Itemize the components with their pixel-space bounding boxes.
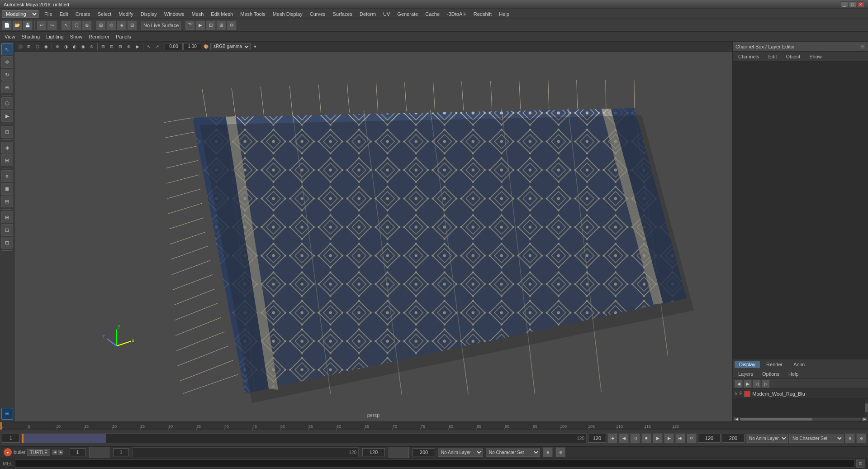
- last-tool-lt[interactable]: ▶: [1, 110, 13, 122]
- vp-shaded-btn[interactable]: ◉: [42, 43, 50, 51]
- vp-motion-btn[interactable]: ⊕: [125, 43, 133, 51]
- rotate-tool-lt[interactable]: ↻: [1, 69, 13, 81]
- save-button[interactable]: 💾: [23, 20, 33, 30]
- status-char-set[interactable]: No Character Set: [486, 448, 540, 457]
- layers-tab[interactable]: Layers: [735, 370, 757, 378]
- anim-bar[interactable]: 120: [21, 433, 587, 443]
- menu-mesh-tools[interactable]: Mesh Tools: [237, 10, 268, 18]
- frame-input-2[interactable]: [113, 448, 129, 456]
- vp-options-btn[interactable]: ▼: [251, 43, 259, 51]
- char-set-add-btn[interactable]: ⊕: [845, 433, 855, 443]
- maximize-button[interactable]: □: [849, 1, 856, 8]
- vp-hud-btn[interactable]: ⊡: [108, 43, 116, 51]
- title-bar-controls[interactable]: _ □ ✕: [841, 1, 864, 8]
- loop-btn[interactable]: ↺: [687, 433, 697, 443]
- lt-btn-b[interactable]: ⊡: [1, 224, 13, 236]
- status-anim-layer[interactable]: No Anim Layer: [438, 448, 483, 457]
- menu-surfaces[interactable]: Surfaces: [330, 10, 356, 18]
- menu-edit-mesh[interactable]: Edit Mesh: [208, 10, 236, 18]
- snap-point-btn[interactable]: ◈: [117, 20, 127, 30]
- open-file-button[interactable]: 📂: [12, 20, 22, 30]
- menu-deform[interactable]: Deform: [356, 10, 379, 18]
- new-file-button[interactable]: 📄: [2, 20, 12, 30]
- sculpt3-lt[interactable]: ⊟: [1, 196, 13, 207]
- modeling-dropdown[interactable]: Modeling Rigging Animation FX Rendering: [2, 10, 38, 18]
- help-tab[interactable]: Help: [785, 370, 802, 378]
- char-set-select[interactable]: No Character Set: [789, 434, 844, 443]
- snap-curve-btn[interactable]: ◎: [106, 20, 116, 30]
- menu-help[interactable]: Help: [496, 10, 512, 18]
- menu-edit[interactable]: Edit: [57, 10, 71, 18]
- status-icon-2[interactable]: ⚙: [555, 447, 565, 457]
- menu-select[interactable]: Select: [95, 10, 115, 18]
- object-tab[interactable]: Object: [782, 53, 804, 60]
- move-tool-lt[interactable]: ✥: [1, 56, 13, 68]
- mel-input[interactable]: [15, 459, 854, 468]
- vp-sel-btn[interactable]: ↖: [145, 43, 153, 51]
- lasso-lt[interactable]: ◈: [1, 142, 13, 153]
- scroll-left-btn[interactable]: ◀: [734, 417, 739, 421]
- show-tab[interactable]: Show: [806, 53, 825, 60]
- layer-prev-btn[interactable]: ◀: [735, 380, 743, 388]
- sculpt-lt[interactable]: ≡: [1, 170, 13, 182]
- select-tool-btn[interactable]: ↖: [61, 20, 71, 30]
- ipr-btn[interactable]: ⊡: [206, 20, 216, 30]
- renderer-menu-item[interactable]: Renderer: [86, 34, 112, 40]
- playhead-thumb[interactable]: [22, 434, 24, 443]
- lasso-tool-btn[interactable]: ⬡: [71, 20, 81, 30]
- soft-select-lt[interactable]: ⬡: [1, 97, 13, 109]
- vp-sel2-btn[interactable]: ↗: [153, 43, 161, 51]
- layer-prev2-btn[interactable]: ◁: [753, 380, 761, 388]
- layer-item[interactable]: V P Modern_Wool_Rug_Blu: [733, 389, 868, 399]
- show-render-btn[interactable]: ⊞: [216, 20, 226, 30]
- scale-tool-lt[interactable]: ⊕: [1, 81, 13, 93]
- menu-file[interactable]: File: [41, 10, 56, 18]
- layer-next2-btn[interactable]: ▷: [762, 380, 770, 388]
- layer-next-btn[interactable]: ▶: [744, 380, 752, 388]
- menu-create[interactable]: Create: [72, 10, 94, 18]
- viewport[interactable]: 🎥 ⊞ ⬡ ◉ ⊕ ◑ ◐ ◉ ⊙ ⊞ ⊡ ⊟ ⊕ ▶ ↖ ↗ 🎨 sRGB g…: [14, 42, 732, 421]
- render-tab[interactable]: Render: [762, 361, 787, 368]
- menu-mesh-display[interactable]: Mesh Display: [270, 10, 306, 18]
- menu-3dto-all[interactable]: -3DtoAll-: [444, 10, 470, 18]
- play-back-btn[interactable]: ◁: [630, 433, 640, 443]
- playback-end-input[interactable]: [588, 434, 606, 443]
- anim-layer-select[interactable]: No Anim Layer: [746, 434, 788, 443]
- menu-windows[interactable]: Windows: [161, 10, 188, 18]
- range-start-input[interactable]: [2, 434, 20, 443]
- status-timeline-bar[interactable]: 120: [133, 447, 359, 457]
- scroll-thumb[interactable]: [740, 418, 812, 421]
- layer-visibility[interactable]: V: [735, 391, 738, 396]
- menu-uv[interactable]: UV: [380, 10, 393, 18]
- prev-frame-btn[interactable]: ◀: [619, 433, 629, 443]
- render-options-btn[interactable]: ⚙: [227, 20, 237, 30]
- anim-tab[interactable]: Anim: [789, 361, 809, 368]
- vp-aa-btn[interactable]: ⊙: [88, 43, 96, 51]
- vp-ao-btn[interactable]: ◐: [71, 43, 79, 51]
- menu-curves[interactable]: Curves: [307, 10, 329, 18]
- vp-heads-btn[interactable]: ⊟: [116, 43, 124, 51]
- vp-isolate-btn[interactable]: ⊕: [53, 43, 62, 51]
- end-range-input[interactable]: [413, 448, 435, 456]
- view-menu-item[interactable]: View: [2, 34, 18, 40]
- turtle-prev-btn[interactable]: ◀: [52, 450, 57, 455]
- close-button[interactable]: ✕: [857, 1, 864, 8]
- layer-color-swatch[interactable]: [744, 391, 750, 397]
- turtle-badge[interactable]: TURTLE: [27, 449, 50, 456]
- next-key-btn[interactable]: ⏭: [675, 433, 685, 443]
- edit-tab[interactable]: Edit: [764, 53, 780, 60]
- lighting-menu-item[interactable]: Lighting: [43, 34, 66, 40]
- gamma-max-input[interactable]: [183, 43, 201, 50]
- menu-mesh[interactable]: Mesh: [188, 10, 207, 18]
- show-manip-lt[interactable]: ⊞: [1, 126, 13, 138]
- display-tab[interactable]: Display: [735, 361, 760, 368]
- undo-button[interactable]: ↩: [37, 20, 47, 30]
- vp-shadow-btn[interactable]: ◑: [62, 43, 70, 51]
- menu-redshift[interactable]: Redshift: [470, 10, 495, 18]
- select-tool-lt[interactable]: ↖: [1, 43, 13, 55]
- right-panel-scrollbar[interactable]: [864, 399, 868, 417]
- menu-cache[interactable]: Cache: [422, 10, 443, 18]
- vp-wireframe-btn[interactable]: ⬡: [33, 43, 42, 51]
- show-menu-item[interactable]: Show: [67, 34, 85, 40]
- render-btn[interactable]: ▶: [195, 20, 205, 30]
